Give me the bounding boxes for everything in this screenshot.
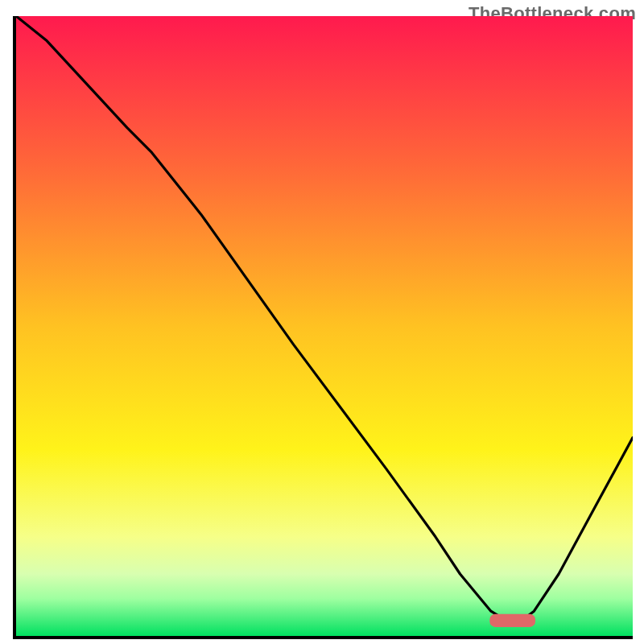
target-range-marker [489, 614, 535, 627]
chart-stage: TheBottleneck.com [0, 0, 644, 644]
plot-svg [16, 16, 633, 636]
plot-area [13, 16, 633, 639]
